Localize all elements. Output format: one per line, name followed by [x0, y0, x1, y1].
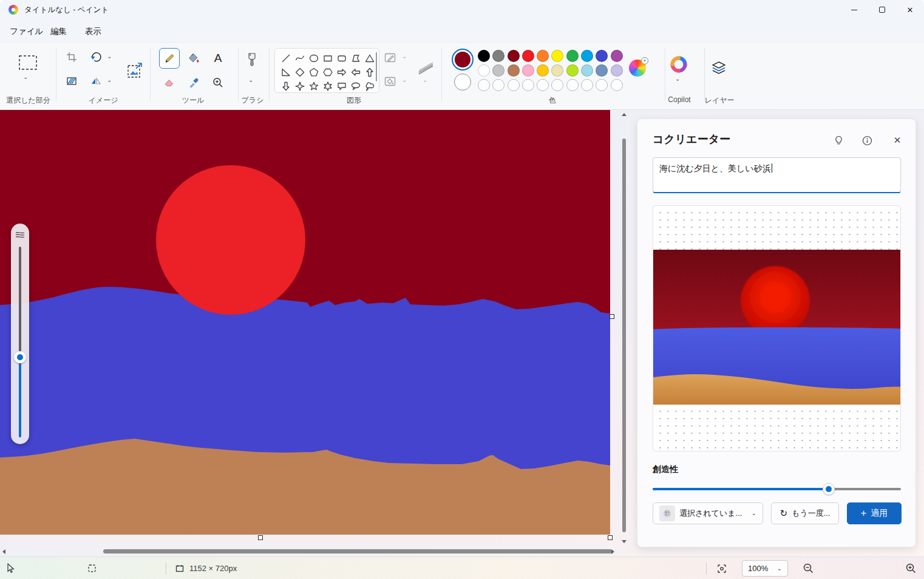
palette-color-swatch[interactable] [492, 64, 504, 77]
palette-color-swatch[interactable] [537, 50, 549, 62]
palette-empty-slot[interactable] [611, 79, 623, 91]
palette-color-swatch[interactable] [611, 64, 623, 77]
palette-color-swatch[interactable] [596, 64, 608, 77]
vertical-scrollbar[interactable] [620, 111, 628, 546]
shapes-scrollbar[interactable] [376, 52, 378, 81]
text-tool-button[interactable]: A [208, 48, 228, 69]
brush-dropdown[interactable]: ⌄ [248, 77, 253, 83]
shape-outline-button[interactable] [384, 51, 397, 64]
palette-color-swatch[interactable] [478, 64, 490, 77]
shape-diamond-icon[interactable] [293, 65, 307, 79]
zoom-in-button[interactable] [905, 557, 917, 579]
palette-color-swatch[interactable] [566, 64, 579, 77]
palette-color-swatch[interactable] [478, 50, 490, 62]
palette-empty-slot[interactable] [522, 79, 534, 91]
close-panel-button[interactable]: ✕ [891, 134, 904, 147]
horizontal-scroll-thumb[interactable] [103, 549, 612, 553]
style-dropdown-button[interactable]: 選択されていま... ⌄ [653, 502, 763, 524]
vertical-scroll-thumb[interactable] [622, 139, 626, 532]
shape-triangle-icon[interactable] [362, 51, 376, 65]
scroll-right-icon[interactable] [611, 549, 614, 554]
shape-arrow-down-icon[interactable] [279, 79, 293, 93]
palette-color-swatch[interactable] [537, 64, 549, 77]
resize-image-button[interactable] [126, 62, 143, 79]
selection-tool-button[interactable] [17, 53, 39, 72]
palette-color-swatch[interactable] [611, 50, 623, 62]
creativity-slider-thumb[interactable] [823, 483, 835, 495]
edit-colors-button[interactable]: + [629, 60, 646, 77]
shape-callout-oval-icon[interactable] [348, 79, 362, 93]
canvas-resize-handle-corner[interactable] [608, 535, 613, 540]
palette-empty-slot[interactable] [478, 79, 490, 91]
palette-color-swatch[interactable] [581, 64, 593, 77]
palette-empty-slot[interactable] [492, 79, 504, 91]
size-slider-track-lower[interactable] [19, 363, 21, 437]
selection-dropdown[interactable]: ⌄ [23, 74, 28, 80]
palette-empty-slot[interactable] [551, 79, 563, 91]
free-select-button[interactable] [66, 75, 78, 87]
shape-rounded-rectangle-icon[interactable] [335, 51, 348, 65]
maximize-button[interactable] [868, 0, 896, 19]
shape-fill-dropdown[interactable]: ⌄ [402, 77, 407, 83]
drawing-canvas[interactable] [0, 110, 610, 535]
shape-line-icon[interactable] [279, 51, 293, 65]
palette-color-swatch[interactable] [508, 64, 520, 77]
shape-hexagon-icon[interactable] [321, 65, 335, 79]
palette-color-swatch[interactable] [581, 50, 593, 62]
shape-arrow-up-icon[interactable] [362, 65, 376, 79]
pencil-tool-button[interactable] [159, 48, 180, 69]
stroke-size-dropdown[interactable]: ⌄ [423, 77, 427, 83]
eraser-tool-button[interactable] [159, 72, 180, 93]
shape-fill-button[interactable] [384, 75, 397, 88]
copilot-dropdown[interactable]: ⌄ [675, 76, 680, 82]
zoom-out-button[interactable] [803, 557, 814, 579]
crop-button[interactable] [66, 51, 78, 63]
creativity-slider[interactable] [653, 483, 901, 495]
prompt-input[interactable]: 海に沈む夕日と、美しい砂浜 [653, 157, 901, 193]
size-slider-thumb[interactable] [14, 351, 26, 363]
flip-dropdown[interactable]: ⌄ [107, 77, 112, 83]
shape-curve-icon[interactable] [293, 51, 307, 65]
brush-button[interactable] [244, 52, 260, 70]
layers-button[interactable] [710, 61, 727, 77]
canvas-resize-handle-bottom[interactable] [258, 535, 263, 540]
fill-tool-button[interactable] [183, 48, 204, 69]
shape-polygon-icon[interactable] [348, 51, 362, 65]
shape-star-5-icon[interactable] [307, 79, 321, 93]
shape-ellipse-icon[interactable] [307, 51, 321, 65]
palette-color-swatch[interactable] [492, 50, 504, 62]
palette-color-swatch[interactable] [551, 50, 563, 62]
size-slider-track-upper[interactable] [19, 247, 21, 352]
fit-to-screen-button[interactable] [716, 557, 727, 579]
palette-empty-slot[interactable] [581, 79, 593, 91]
retry-button[interactable]: ↻ もう一度... [771, 502, 839, 524]
palette-color-swatch[interactable] [596, 50, 608, 62]
scroll-down-icon[interactable] [622, 540, 627, 543]
color-picker-tool-button[interactable] [183, 72, 204, 93]
menu-file[interactable]: ファイル [6, 24, 47, 39]
palette-color-swatch[interactable] [522, 50, 534, 62]
scroll-left-icon[interactable] [2, 549, 5, 554]
palette-empty-slot[interactable] [508, 79, 520, 91]
shape-right-triangle-icon[interactable] [279, 65, 293, 79]
palette-color-swatch[interactable] [508, 50, 520, 62]
color1-selector[interactable] [452, 49, 474, 70]
tips-button[interactable] [832, 134, 845, 147]
shape-callout-rounded-icon[interactable] [335, 79, 348, 93]
generation-preview[interactable] [653, 205, 901, 451]
color2-selector[interactable] [454, 74, 471, 91]
shape-arrow-left-icon[interactable] [348, 65, 362, 79]
stroke-size-button[interactable] [416, 60, 435, 75]
palette-color-swatch[interactable] [522, 64, 534, 77]
rotate-dropdown[interactable]: ⌄ [107, 53, 112, 60]
palette-empty-slot[interactable] [537, 79, 549, 91]
shape-arrow-right-icon[interactable] [335, 65, 348, 79]
shape-star-6-icon[interactable] [321, 79, 335, 93]
palette-color-swatch[interactable] [551, 64, 563, 77]
zoom-level-dropdown[interactable]: 100% ⌄ [742, 560, 788, 577]
shape-star-4-icon[interactable] [293, 79, 307, 93]
menu-edit[interactable]: 編集 [47, 24, 70, 39]
shape-rectangle-icon[interactable] [321, 51, 335, 65]
apply-button[interactable]: + 適用 [847, 502, 902, 524]
horizontal-scrollbar[interactable] [0, 547, 617, 555]
